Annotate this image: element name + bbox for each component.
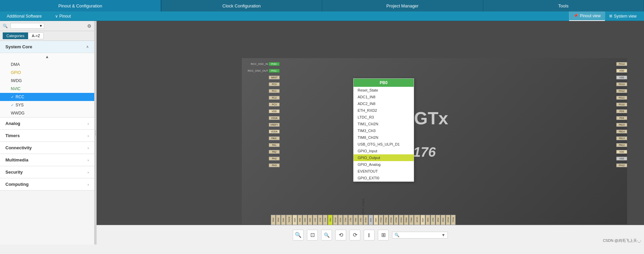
pin-vssa[interactable]: VSSA: [269, 116, 280, 120]
pin-pc0[interactable]: PC0: [269, 82, 280, 86]
pin-bottom-pe9[interactable]: PE9: [358, 215, 363, 225]
pin-bottom-pe13[interactable]: PE13: [389, 215, 393, 225]
pin-bottom-pe7[interactable]: PE7: [348, 215, 353, 225]
pin-bottom-vdd3[interactable]: VDD: [420, 215, 425, 225]
pin-bottom-ph4[interactable]: PH4: [271, 215, 276, 225]
context-menu-gpioinput[interactable]: GPIO_Input: [354, 148, 414, 154]
pin-pa2[interactable]: PA2: [269, 150, 280, 154]
pin-vdd-r2[interactable]: VDD: [616, 150, 627, 154]
pin-bottom-pa5[interactable]: PA5: [303, 215, 307, 225]
pin-bottom-pa7[interactable]: PA7: [313, 215, 317, 225]
sidebar-item-wwdg[interactable]: WWDG: [0, 109, 94, 117]
tab-categories[interactable]: Categories: [3, 32, 28, 39]
pin-bottom-pb10[interactable]: PB10: [404, 215, 409, 225]
nav-pinout[interactable]: Pinout & Configuration: [0, 0, 161, 11]
gear-icon[interactable]: ⚙: [87, 23, 92, 29]
sidebar-item-rcc[interactable]: ✓ RCC: [0, 93, 94, 101]
toolbar-search-input[interactable]: [401, 233, 441, 237]
pin-bottom-pe8[interactable]: PE8: [353, 215, 358, 225]
pin-bottom-pa6[interactable]: PA6: [308, 215, 312, 225]
pin-pd9[interactable]: PD9: [616, 109, 627, 113]
pin-bottom-pb0[interactable]: PB0: [328, 215, 333, 225]
context-menu-gpiooutput[interactable]: GPIO_Output: [354, 154, 414, 161]
toolbar-search-dropdown-icon[interactable]: ▼: [441, 233, 445, 237]
pin-vss-r1[interactable]: VSS: [616, 76, 627, 79]
sidebar-item-nvic[interactable]: NVIC: [0, 85, 94, 93]
pin-bottom-pe15[interactable]: PE15: [399, 215, 404, 225]
category-computing[interactable]: Computing ›: [0, 178, 94, 190]
sidebar-item-sys[interactable]: ✓ SYS: [0, 101, 94, 109]
pin-bottom-ph8[interactable]: PH8: [436, 215, 440, 225]
category-analog[interactable]: Analog ›: [0, 118, 94, 130]
pin-bottom-pa4[interactable]: PA4: [298, 215, 302, 225]
pin-bottom-vdd2[interactable]: VDD: [373, 215, 378, 225]
sidebar-item-gpio[interactable]: GPIO: [0, 69, 94, 77]
pin-bottom-pf15[interactable]: PF15: [333, 215, 338, 225]
pin-pc1[interactable]: PC1: [269, 89, 280, 93]
pin-pd8[interactable]: PD8: [616, 116, 627, 120]
additional-software-nav[interactable]: Additional Software: [0, 11, 48, 21]
pin-bottom-vss1[interactable]: VSS: [368, 215, 373, 225]
grid-button[interactable]: ⊞: [378, 230, 389, 240]
pin-vdd-r1[interactable]: VDD: [616, 69, 627, 73]
pin-bottom-ph5[interactable]: PH5: [276, 215, 281, 225]
pin-bottom-pb11[interactable]: PB11: [409, 215, 414, 225]
pin-bottom-bypa[interactable]: BYPA..: [286, 215, 292, 225]
nav-tools[interactable]: Tools: [483, 0, 644, 11]
sidebar-item-iwdg[interactable]: IWDG: [0, 77, 94, 85]
context-menu-usbotg[interactable]: USB_OTG_HS_ULPI_D1: [354, 141, 414, 148]
pin-bottom-ph7[interactable]: PH7: [431, 215, 435, 225]
pin-ph2[interactable]: PH2: [269, 157, 280, 160]
tab-atoz[interactable]: A->Z: [28, 32, 44, 39]
pin-bottom-pe12[interactable]: PE12: [384, 215, 388, 225]
pin-pb12[interactable]: PB12: [616, 143, 627, 147]
nav-project[interactable]: Project Manager: [322, 0, 483, 11]
context-menu-ltdcr3[interactable]: LTDC_R3: [354, 114, 414, 121]
zoom-in-button[interactable]: 🔍: [293, 230, 304, 240]
nav-clock[interactable]: Clock Configuration: [161, 0, 323, 11]
context-menu-tim3ch3[interactable]: TIM3_CH3: [354, 127, 414, 134]
pin-bottom-pc5[interactable]: PC5: [323, 215, 328, 225]
context-menu-adc2in8[interactable]: ADC2_IN8: [354, 100, 414, 107]
zoom-out-button[interactable]: 🔍: [321, 230, 332, 240]
pin-pc2[interactable]: PC2: [269, 96, 280, 100]
pin-pa0[interactable]: PA0/.: [269, 136, 280, 140]
tab-pinout-view[interactable]: 📌 Pinout view: [569, 11, 604, 21]
context-menu-reset[interactable]: Reset_State: [354, 87, 414, 94]
pin-bottom-pc4[interactable]: PC4: [318, 215, 323, 225]
rotate-left-button[interactable]: ⟲: [335, 230, 346, 240]
split-button[interactable]: ⫿: [364, 230, 375, 240]
pinout-menu-nav[interactable]: ∨ Pinout: [48, 11, 77, 21]
context-menu-adc1in8[interactable]: ADC1_IN8: [354, 94, 414, 100]
pin-ph12[interactable]: PH12: [616, 163, 627, 167]
pin-vdd1[interactable]: VDD: [269, 109, 280, 113]
category-timers[interactable]: Timers ›: [0, 130, 94, 142]
pin-ph0[interactable]: PH0/.: [269, 62, 280, 66]
sidebar-item-dma[interactable]: DMA: [0, 60, 94, 69]
fit-view-button[interactable]: ⊡: [307, 230, 318, 240]
context-menu-gpioanalog[interactable]: GPIO_Analog: [354, 161, 414, 168]
scroll-up-arrow[interactable]: ▲: [0, 53, 94, 60]
pin-bottom-pg0[interactable]: PG0: [338, 215, 343, 225]
pin-nrst[interactable]: NRST: [269, 76, 280, 79]
pin-bottom-vcap[interactable]: VCAP.: [414, 215, 420, 225]
pin-vss-r2[interactable]: VSS: [616, 157, 627, 160]
context-menu-tim8ch2n[interactable]: TIM8_CH2N: [354, 134, 414, 141]
pin-bottom-ph9[interactable]: PH9: [441, 215, 445, 225]
context-menu-tim1ch2n[interactable]: TIM1_CH2N: [354, 121, 414, 127]
tab-system-view[interactable]: ⊞ System view: [605, 11, 641, 21]
pin-pa1[interactable]: PA1: [269, 143, 280, 147]
pin-pb13[interactable]: PB13: [616, 136, 627, 140]
pin-bottom-vdd1[interactable]: VDD: [292, 215, 297, 225]
category-connectivity[interactable]: Connectivity ›: [0, 142, 94, 154]
pin-pd11[interactable]: PD11: [616, 96, 627, 100]
category-multimedia[interactable]: Multimedia ›: [0, 154, 94, 166]
pin-pd13[interactable]: PD13: [616, 82, 627, 86]
pin-vdda[interactable]: VDDA: [269, 130, 280, 133]
pin-pd14[interactable]: PD14: [616, 62, 627, 66]
pin-bottom-pg1[interactable]: PG1: [343, 215, 348, 225]
pin-bottom-pe11[interactable]: PE11: [379, 215, 383, 225]
pin-ph3[interactable]: PH3: [269, 163, 280, 167]
context-menu-eventout[interactable]: EVENTOUT: [354, 168, 414, 175]
pin-pc3[interactable]: PC3: [269, 103, 280, 106]
